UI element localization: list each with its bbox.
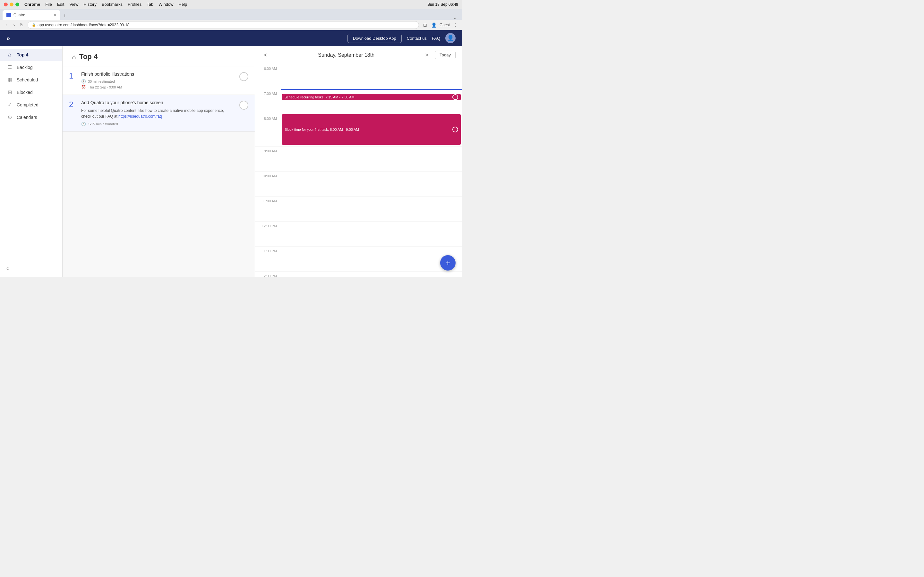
menu-window[interactable]: Window	[158, 2, 173, 7]
sidebar-item-blocked[interactable]: ⊞ Blocked	[0, 86, 62, 98]
sidebar-label-calendars: Calendars	[17, 115, 37, 120]
menu-file[interactable]: File	[45, 2, 52, 7]
slot-content-6am	[281, 64, 462, 89]
slot-content-9am	[281, 147, 462, 171]
active-tab[interactable]: Quatro ✕	[3, 10, 60, 20]
time-label-7am: 7:00 AM	[255, 89, 281, 95]
slot-content-10am	[281, 171, 462, 196]
task-meta-time-1: 🕐 30 min estimated	[81, 79, 235, 84]
list-icon: ☰	[6, 64, 13, 70]
sidebar-item-backlog[interactable]: ☰ Backlog	[0, 61, 62, 73]
menu-history[interactable]: History	[83, 2, 96, 7]
extensions-button[interactable]: ⋮	[452, 21, 459, 29]
sidebar-collapse-button[interactable]: «	[0, 262, 62, 274]
next-day-button[interactable]: >	[423, 51, 431, 59]
tab-close-button[interactable]: ✕	[53, 13, 57, 17]
task-number-2: 2	[69, 101, 77, 108]
event-title-block-time: Block time for your first task, 8:00 AM …	[284, 127, 359, 131]
task-checkbox-2[interactable]	[239, 101, 248, 110]
sidebar-label-completed: Completed	[17, 102, 39, 107]
browser-actions: ⊡ 👤 Guest ⋮	[422, 21, 459, 29]
contact-us-button[interactable]: Contact us	[407, 36, 427, 41]
home-icon: ⌂	[6, 52, 13, 58]
slot-content-8am: Block time for your first task, 8:00 AM …	[281, 114, 462, 146]
task-panel-icon: ⌂	[72, 53, 76, 61]
task-checkbox-1[interactable]	[239, 72, 248, 81]
task-number-1: 1	[69, 72, 77, 80]
menu-profiles[interactable]: Profiles	[128, 2, 142, 7]
new-tab-button[interactable]: +	[61, 12, 69, 20]
time-slot-7am: 7:00 AM Schedule recurring tasks, 7:15 A…	[255, 89, 462, 114]
tab-title: Quatro	[13, 13, 25, 17]
maximize-button[interactable]	[15, 3, 19, 6]
calendar-panel: < Sunday, September 18th > Today 6:00 AM…	[255, 46, 462, 277]
task-link-2[interactable]: https://usequatro.com/faq	[118, 114, 162, 119]
event-toggle-block-time[interactable]	[452, 127, 458, 132]
sidebar-label-blocked: Blocked	[17, 90, 33, 95]
slot-content-12pm	[281, 221, 462, 246]
calendar-grid-icon: ▦	[6, 77, 13, 83]
menu-edit[interactable]: Edit	[57, 2, 64, 7]
sidebar-label-scheduled: Scheduled	[17, 77, 38, 82]
today-button[interactable]: Today	[435, 51, 456, 59]
clock-icon-1: 🕐	[81, 79, 86, 84]
url-display: app.usequatro.com/dashboard/now?date=202…	[37, 23, 129, 27]
app-header: » Download Desktop App Contact us FAQ 👤	[0, 30, 462, 46]
sidebar-item-completed[interactable]: ✓ Completed	[0, 98, 62, 111]
menu-tab[interactable]: Tab	[147, 2, 153, 7]
time-label-11am: 11:00 AM	[255, 197, 281, 203]
sidebar-item-top4[interactable]: ⌂ Top 4	[0, 49, 62, 61]
title-bar: Chrome File Edit View History Bookmarks …	[0, 0, 462, 9]
time-label-2pm: 2:00 PM	[255, 271, 281, 277]
current-time-indicator	[281, 89, 462, 90]
user-avatar[interactable]: 👤	[445, 33, 456, 43]
forward-button[interactable]: ›	[11, 22, 17, 28]
task-item-1: 1 Finish portfolio illustrations 🕐 30 mi…	[63, 66, 255, 95]
task-panel-title: Top 4	[79, 53, 97, 61]
close-button[interactable]	[4, 3, 8, 6]
task-title-2: Add Quatro to your phone's home screen	[81, 100, 235, 105]
menu-bar: Chrome File Edit View History Bookmarks …	[24, 2, 425, 7]
tab-expand-button[interactable]: ⌄	[451, 15, 459, 20]
task-content-2: Add Quatro to your phone's home screen F…	[81, 100, 235, 126]
sidebar: ⌂ Top 4 ☰ Backlog ▦ Scheduled ⊞ Blocked …	[0, 46, 63, 277]
add-task-fab[interactable]: +	[440, 255, 456, 271]
sidebar-item-calendars[interactable]: ⊙ Calendars	[0, 111, 62, 123]
task-meta-due-1: ⏰ Thu 22 Sep · 9:00 AM	[81, 85, 235, 89]
download-desktop-button[interactable]: Download Desktop App	[347, 34, 402, 43]
lock-icon: 🔒	[32, 23, 36, 27]
reload-button[interactable]: ↻	[19, 22, 25, 28]
calendar-event-block-time[interactable]: Block time for your first task, 8:00 AM …	[282, 114, 461, 145]
menu-bookmarks[interactable]: Bookmarks	[102, 2, 123, 7]
address-input[interactable]: 🔒 app.usequatro.com/dashboard/now?date=2…	[27, 21, 419, 29]
split-view-button[interactable]: ⊡	[422, 21, 429, 29]
traffic-lights	[4, 3, 19, 6]
time-slots: 6:00 AM 7:00 AM Schedule recurring tasks…	[255, 64, 462, 277]
back-button[interactable]: ‹	[3, 22, 10, 28]
app-logo: »	[6, 35, 10, 42]
sidebar-item-scheduled[interactable]: ▦ Scheduled	[0, 73, 62, 86]
tab-favicon	[6, 13, 11, 17]
time-slot-1pm: 1:00 PM	[255, 247, 462, 271]
slot-content-7am: Schedule recurring tasks, 7:15 AM - 7:30…	[281, 89, 462, 114]
prev-day-button[interactable]: <	[262, 51, 270, 59]
alarm-icon-1: ⏰	[81, 85, 86, 89]
calendar-header: < Sunday, September 18th > Today	[255, 46, 462, 64]
nav-buttons: ‹ › ↻	[3, 22, 25, 28]
calendar-event-recurring[interactable]: Schedule recurring tasks, 7:15 AM - 7:30…	[282, 94, 461, 100]
menu-help[interactable]: Help	[179, 2, 187, 7]
minimize-button[interactable]	[10, 3, 13, 6]
time-label-6am: 6:00 AM	[255, 64, 281, 71]
task-title-1: Finish portfolio illustrations	[81, 71, 235, 77]
event-toggle-recurring[interactable]	[452, 94, 458, 100]
faq-button[interactable]: FAQ	[432, 36, 440, 41]
task-desc-2: For some helpful Quatro content, like ho…	[81, 108, 235, 119]
time-slot-9am: 9:00 AM	[255, 147, 462, 171]
slot-content-11am	[281, 197, 462, 221]
system-time: Sun 18 Sep 06:48	[427, 2, 458, 7]
slot-content-2pm	[281, 271, 462, 277]
task-item-2: 2 Add Quatro to your phone's home screen…	[63, 95, 255, 132]
task-due-1: Thu 22 Sep · 9:00 AM	[88, 85, 122, 89]
user-account-button[interactable]: 👤	[431, 21, 438, 29]
menu-view[interactable]: View	[69, 2, 78, 7]
